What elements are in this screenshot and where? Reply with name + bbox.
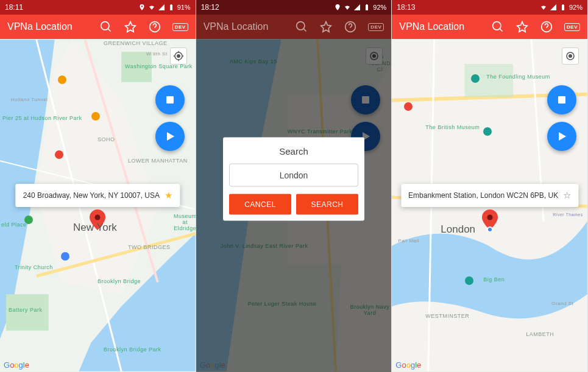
app-title: VPNa Location [204, 21, 296, 32]
street-grand: Grand St [551, 301, 573, 306]
signal-icon [353, 4, 361, 11]
svg-point-27 [569, 54, 572, 58]
svg-point-30 [487, 215, 492, 220]
district-westminster: WESTMINSTER [425, 313, 469, 319]
location-icon [138, 4, 146, 11]
status-time: 18:11 [5, 3, 23, 12]
map[interactable]: GREENWICH VILLAGE W 8th St Washington Sq… [0, 39, 196, 372]
star-icon[interactable] [124, 20, 137, 33]
poi-museum: Museum at Eldridge [174, 213, 196, 231]
app-title: VPNa Location [399, 21, 491, 32]
status-time: 18:12 [201, 3, 219, 12]
signal-icon [550, 4, 557, 11]
poi-pier25: Pier 25 at Hudson River Park [2, 115, 82, 121]
address-text: 240 Broadway, New York, NY 10007, USA [23, 191, 160, 200]
poi-brooklyn-bridge-park: Brooklyn Bridge Park [104, 346, 161, 353]
poi-dot [91, 112, 100, 121]
status-bar: 18:13 92% [392, 0, 587, 15]
google-logo: Google [4, 360, 29, 370]
location-icon [334, 4, 341, 11]
svg-rect-29 [558, 96, 565, 104]
street-w8th: W 8th St [146, 51, 168, 57]
district-soho: SOHO [97, 136, 115, 142]
google-logo: Google [395, 360, 421, 370]
screen-london: 18:13 92% VPNa Location DEV The Foundlin… [392, 0, 588, 372]
help-icon[interactable] [540, 20, 553, 33]
battery-icon [559, 4, 567, 11]
poi-dot [61, 252, 69, 261]
poi-dot [24, 216, 33, 224]
help-icon [344, 20, 357, 33]
dev-badge: DEV [368, 23, 384, 31]
my-location-button[interactable] [562, 47, 579, 65]
battery-percent: 92% [373, 4, 386, 11]
poi-brooklyn-bridge: Brooklyn Bridge [97, 278, 141, 284]
map[interactable]: The Foundling Museum The British Museum … [392, 39, 587, 372]
screen-search-dialog: 18:12 92% VPNa Location DEV AMC Kips Bay… [196, 0, 392, 372]
district-lower-manhattan: LOWER MANHATTAN [128, 158, 188, 164]
address-card[interactable]: 240 Broadway, New York, NY 10007, USA ★ [16, 184, 180, 207]
street-pallmall: Pall Mall [398, 238, 419, 244]
city-label: New York [73, 222, 117, 234]
district-two-bridges: TWO BRIDGES [128, 244, 171, 250]
battery-percent: 92% [569, 4, 583, 11]
search-icon[interactable] [491, 20, 505, 33]
cancel-button[interactable]: CANCEL [229, 194, 291, 214]
poi-trinity: Trinity Church [15, 264, 53, 270]
battery-icon [363, 4, 370, 11]
svg-point-9 [177, 54, 180, 58]
search-dialog: Search CANCEL SEARCH [223, 137, 364, 220]
dev-badge[interactable]: DEV [564, 23, 580, 31]
poi-foundling: The Foundling Museum [486, 74, 550, 80]
app-bar: VPNa Location DEV [196, 15, 392, 39]
signal-icon [158, 4, 165, 11]
poi-battery: Battery Park [9, 307, 43, 313]
district-lambeth: LAMBETH [526, 331, 554, 337]
search-icon [295, 20, 308, 33]
map: AMC Kips Bay 15 LO ISLAND CI WNYC Transm… [196, 39, 392, 372]
status-bar: 18:11 91% [0, 0, 196, 15]
stop-button[interactable] [547, 85, 576, 114]
status-bar: 18:12 92% [196, 0, 392, 15]
city-label: London [441, 223, 475, 236]
address-card[interactable]: Embankment Station, London WC2N 6PB, UK … [401, 184, 578, 207]
play-button[interactable] [155, 122, 185, 151]
address-text: Embankment Station, London WC2N 6PB, UK [408, 191, 558, 200]
star-icon[interactable] [515, 20, 529, 33]
search-button[interactable]: SEARCH [296, 194, 358, 214]
poi-british: The British Museum [425, 124, 480, 130]
dialog-title: Search [229, 146, 358, 156]
my-location-button[interactable] [170, 47, 187, 65]
district-greenwich: GREENWICH VILLAGE [104, 40, 168, 46]
app-bar: VPNa Location DEV [0, 15, 196, 39]
screen-newyork: 18:11 91% VPNa Location DEV [0, 0, 196, 372]
search-icon[interactable] [99, 20, 113, 33]
stop-button[interactable] [155, 85, 185, 114]
wifi-icon [540, 4, 547, 11]
label-thames: River Thames [553, 212, 583, 217]
poi-dot [55, 150, 63, 159]
status-icons: 91% [138, 4, 191, 11]
svg-point-12 [95, 215, 101, 220]
battery-icon [168, 4, 175, 11]
search-input[interactable] [229, 163, 358, 186]
status-time: 18:13 [397, 3, 415, 12]
star-icon [319, 20, 333, 33]
current-location-dot [487, 226, 493, 233]
poi-field: eld Place [1, 222, 27, 228]
status-icons: 92% [540, 4, 583, 11]
battery-percent: 91% [177, 4, 191, 11]
poi-bigben: Big Ben [483, 276, 505, 283]
dev-badge[interactable]: DEV [172, 23, 188, 31]
favorite-star-icon[interactable]: ☆ [563, 190, 571, 201]
wifi-icon [344, 4, 351, 11]
status-icons: 92% [334, 4, 386, 11]
play-button[interactable] [547, 122, 576, 151]
poi-dot [58, 75, 66, 84]
help-icon[interactable] [148, 20, 161, 33]
wifi-icon [148, 4, 155, 11]
svg-rect-11 [166, 96, 174, 104]
app-bar: VPNa Location DEV [392, 15, 587, 39]
favorite-star-icon[interactable]: ★ [165, 190, 172, 201]
app-title: VPNa Location [7, 21, 99, 32]
